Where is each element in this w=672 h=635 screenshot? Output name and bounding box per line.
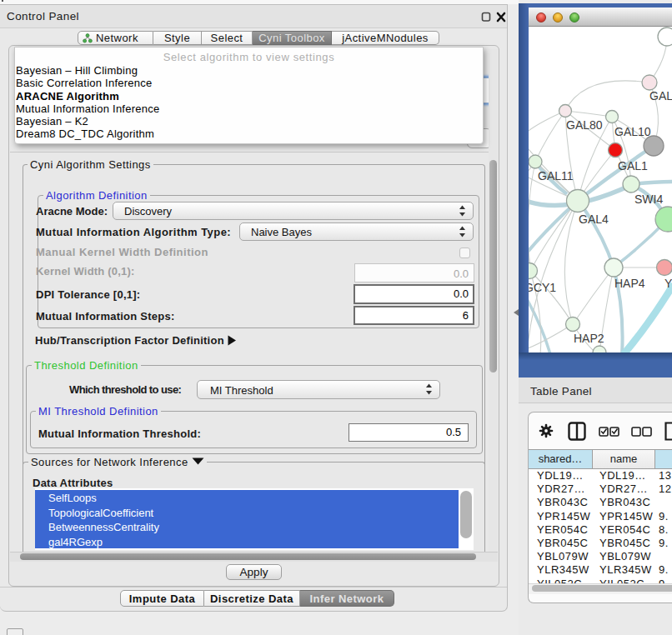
- svg-text:GAL1: GAL1: [618, 159, 648, 172]
- svg-text:HAP2: HAP2: [574, 332, 604, 345]
- svg-text:GAL10: GAL10: [614, 125, 651, 138]
- svg-text:GAL2: GAL2: [649, 89, 672, 102]
- svg-text:GAL11: GAL11: [538, 169, 574, 182]
- svg-text:GAL4: GAL4: [579, 212, 609, 226]
- svg-text:YM: YM: [664, 277, 672, 290]
- svg-text:HAP4: HAP4: [614, 277, 645, 290]
- svg-text:GCY1: GCY1: [529, 281, 556, 294]
- svg-text:GAL80: GAL80: [566, 118, 603, 132]
- svg-text:SWI4: SWI4: [634, 192, 663, 206]
